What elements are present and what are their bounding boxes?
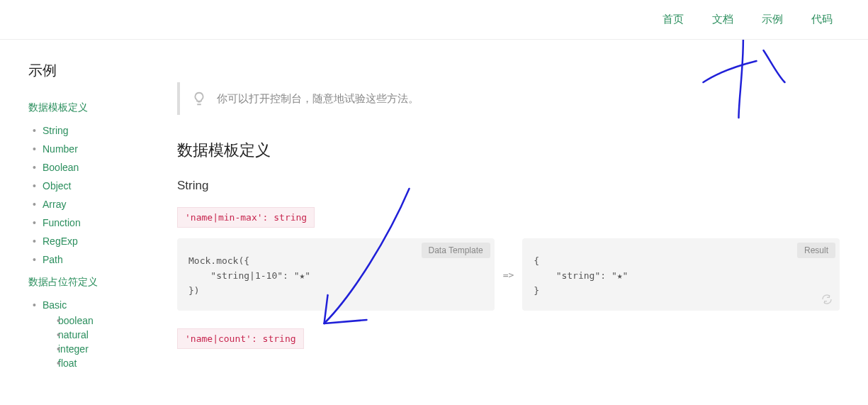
sidebar-item-number[interactable]: Number (43, 143, 78, 155)
demo-row-1: Data Template Mock.mock({ "string|1-10":… (177, 238, 840, 311)
main-content: 你可以打开控制台，随意地试验这些方法。 数据模板定义 String 'name|… (149, 40, 868, 381)
sidebar-section-dtd[interactable]: 数据模板定义 (28, 101, 142, 114)
sidebar-sub-float[interactable]: float (58, 357, 77, 369)
result-code: { "string": "★" } (534, 254, 828, 298)
sidebar-item-string[interactable]: String (43, 125, 69, 136)
nav-docs[interactable]: 文档 (712, 13, 733, 26)
tip-text: 你可以打开控制台，随意地试验这些方法。 (217, 92, 419, 106)
main-heading: 数据模板定义 (177, 140, 840, 161)
refresh-icon[interactable] (821, 294, 833, 305)
template-box: Data Template Mock.mock({ "string|1-10":… (177, 238, 495, 311)
top-nav: 首页 文档 示例 代码 (0, 0, 868, 40)
template-code: Mock.mock({ "string|1-10": "★" }) (188, 254, 483, 298)
sidebar-item-boolean[interactable]: Boolean (43, 162, 79, 173)
lightbulb-icon (191, 91, 207, 106)
sidebar-list-dtd: String Number Boolean Object Array Funct… (28, 121, 142, 269)
template-label: Data Template (422, 243, 490, 258)
nav-home[interactable]: 首页 (663, 13, 684, 26)
sidebar-sub-boolean[interactable]: boolean (58, 315, 94, 326)
sidebar-item-basic[interactable]: Basic (43, 299, 67, 311)
result-label: Result (797, 243, 835, 258)
sidebar-sub-natural[interactable]: natural (58, 329, 89, 340)
sidebar-item-path[interactable]: Path (43, 254, 63, 265)
sidebar-item-regexp[interactable]: RegExp (43, 235, 78, 247)
tip-box: 你可以打开控制台，随意地试验这些方法。 (177, 82, 840, 115)
sub-heading-string: String (177, 179, 840, 193)
container: 示例 数据模板定义 String Number Boolean Object A… (0, 40, 868, 381)
sidebar-sub-integer[interactable]: integer (58, 343, 89, 355)
arrow-symbol: => (503, 270, 514, 280)
sidebar-list-dpd: Basic boolean natural integer float (28, 296, 142, 374)
result-box: Result { "string": "★" } (522, 238, 840, 311)
sidebar-item-array[interactable]: Array (43, 199, 66, 210)
sidebar-section-dpd[interactable]: 数据占位符定义 (28, 276, 142, 289)
sidebar-title: 示例 (28, 61, 142, 80)
sidebar-sub-basic: boolean natural integer float (43, 314, 142, 370)
syntax-count: 'name|count': string (177, 328, 304, 349)
nav-code[interactable]: 代码 (811, 13, 833, 26)
syntax-minmax: 'name|min-max': string (177, 207, 315, 228)
nav-examples[interactable]: 示例 (762, 13, 783, 26)
sidebar-item-object[interactable]: Object (43, 180, 71, 192)
sidebar-item-function[interactable]: Function (43, 217, 81, 228)
sidebar: 示例 数据模板定义 String Number Boolean Object A… (0, 40, 149, 381)
